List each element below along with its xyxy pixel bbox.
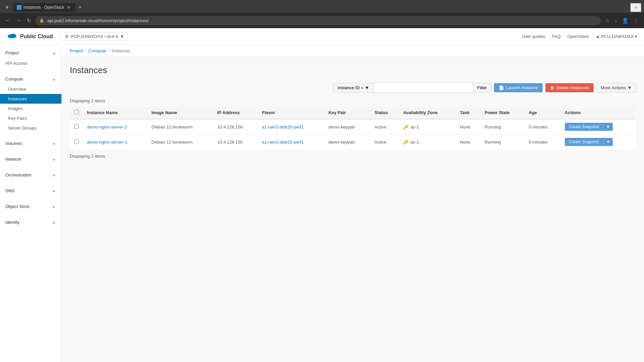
table-row: demo-nginx-server-2 Debian 12 bookworm 1… [70, 119, 636, 135]
instances-table: Instance Name Image Name IP Address Flav… [70, 106, 636, 150]
instance-name-link-0[interactable]: demo-nginx-server-2 [87, 124, 127, 130]
profile-button[interactable]: 👤 [621, 17, 630, 24]
breadcrumb-project[interactable]: Project [70, 48, 83, 53]
app-header-right: User guides FAQ OpenStack ▲ PCU-DAWXDAX … [522, 34, 637, 39]
table-head: Instance Name Image Name IP Address Flav… [70, 106, 636, 119]
tab-title: Instances - OpenStack [23, 5, 64, 10]
back-button[interactable]: ← [4, 17, 12, 24]
action-dropdown-button-0[interactable]: ▼ [603, 123, 613, 131]
key-icon-1: 🔑 [403, 140, 408, 145]
openstack-link[interactable]: OpenStack [567, 34, 589, 39]
menu-button[interactable]: ⋮ [632, 17, 640, 24]
sidebar-compute-header[interactable]: Compute ▲ [0, 74, 61, 84]
tab-close-button[interactable]: ✕ [66, 5, 71, 10]
row-checkbox-cell [70, 119, 83, 135]
row-image-name: Debian 12 bookworm [147, 135, 213, 150]
select-all-checkbox[interactable] [74, 110, 79, 114]
delete-icon: 🗑 [550, 85, 554, 90]
col-flavor: Flavor [258, 106, 325, 119]
action-dropdown-button-1[interactable]: ▼ [603, 138, 613, 146]
browser-toolbar-right: ☆ ↓ 👤 ⋮ [604, 17, 640, 24]
url-wrapper: 🔒 [35, 16, 601, 25]
project-selector[interactable]: ⚙ PCP-DAWXDAX • dc4-a ▼ [61, 32, 128, 41]
reload-button[interactable]: ↻ [26, 17, 33, 24]
sidebar-item-instances[interactable]: Instances [0, 94, 61, 104]
create-snapshot-button-1[interactable]: Create Snapshot [565, 138, 603, 146]
infomaniak-logo-icon [7, 33, 17, 41]
download-button[interactable]: ↓ [613, 17, 618, 24]
sidebar-compute-section: Compute ▲ Overview Instances Images Key … [0, 71, 61, 136]
delete-instances-button[interactable]: 🗑 Delete Instances [545, 83, 594, 92]
action-btn-group-1: Create Snapshot ▼ [565, 138, 632, 146]
bookmark-button[interactable]: ☆ [604, 17, 611, 24]
sidebar-volumes-header[interactable]: Volumes ► [0, 138, 61, 149]
col-actions: Actions [561, 106, 636, 119]
sidebar-object-store-chevron: ► [52, 205, 56, 209]
sidebar-compute-chevron: ▲ [52, 77, 56, 81]
user-menu[interactable]: ▲ PCU-DAWXDAX ▾ [596, 34, 637, 39]
table-row: demo-nginx-server-1 Debian 12 bookworm 1… [70, 135, 636, 150]
displaying-count-bottom: Displaying 2 items [70, 154, 636, 159]
svg-point-3 [8, 34, 16, 38]
sidebar-volumes-section: Volumes ► [0, 136, 61, 151]
col-task: Task [456, 106, 481, 119]
forward-button[interactable]: → [15, 17, 23, 24]
breadcrumb-sep-1: / [85, 48, 87, 53]
col-key-pair: Key Pair [325, 106, 370, 119]
row-checkbox-0[interactable] [74, 124, 79, 129]
instance-name-link-1[interactable]: demo-nginx-server-1 [87, 140, 127, 145]
sidebar-identity-label: Identity [5, 220, 19, 225]
create-snapshot-button-0[interactable]: Create Snapshot [565, 123, 603, 131]
row-image-name: Debian 12 bookworm [147, 119, 213, 135]
flavor-link-1[interactable]: a1-ram2-disk20-perf1 [262, 140, 304, 145]
sidebar-overview-label: Overview [8, 87, 26, 92]
sidebar-orchestration-header[interactable]: Orchestration ► [0, 170, 61, 180]
row-actions: Create Snapshot ▼ [561, 119, 636, 135]
flavor-link-0[interactable]: a1-ram2-disk20-perf1 [262, 124, 304, 130]
sidebar-network-section: Network ► [0, 151, 61, 167]
row-checkbox-1[interactable] [74, 139, 79, 144]
more-actions-button[interactable]: More Actions ▼ [596, 83, 636, 93]
sidebar-dns-label: DNS [5, 188, 14, 193]
sidebar-dns-section: DNS ► [0, 183, 61, 199]
row-key-pair: demo-keypair [325, 119, 370, 135]
filter-input[interactable] [374, 82, 473, 93]
sidebar-object-store-section: Object Store ► [0, 199, 61, 214]
browser-tab-active[interactable]: Instances - OpenStack ✕ [13, 3, 76, 12]
sidebar-item-overview[interactable]: Overview [0, 84, 61, 94]
faq-link[interactable]: FAQ [552, 34, 561, 39]
sidebar-item-images[interactable]: Images [0, 104, 61, 113]
row-status: Active [370, 135, 399, 150]
browser-tab-bar: ▼ Instances - OpenStack ✕ + ✕ [0, 0, 644, 13]
sidebar-project-header[interactable]: Project ▲ [0, 48, 61, 58]
sidebar-item-server-groups[interactable]: Server Groups [0, 123, 61, 133]
sidebar-api-access-label: API Access [5, 61, 28, 66]
filter-go-button[interactable]: Filter [473, 83, 491, 93]
sidebar-volumes-label: Volumes [5, 141, 22, 146]
sidebar-volumes-chevron: ► [52, 142, 56, 146]
user-guides-link[interactable]: User guides [522, 34, 545, 39]
launch-icon: 📄 [499, 85, 504, 90]
sidebar-item-key-pairs[interactable]: Key Pairs [0, 113, 61, 123]
row-age: 0 minutes [525, 135, 560, 150]
launch-instance-button[interactable]: 📄 Launch Instance [494, 83, 543, 92]
new-tab-button[interactable]: + [76, 3, 85, 12]
sidebar-object-store-header[interactable]: Object Store ► [0, 201, 61, 212]
sidebar-identity-header[interactable]: Identity ► [0, 217, 61, 227]
row-flavor: a1-ram2-disk20-perf1 [258, 119, 325, 135]
tab-favicon [17, 5, 21, 10]
more-actions-chevron: ▼ [627, 85, 632, 90]
col-checkbox [70, 106, 83, 119]
filter-type-button[interactable]: Instance ID = ▼ [333, 83, 374, 93]
url-bar[interactable] [35, 16, 601, 25]
tab-list-button[interactable]: ▼ [3, 3, 11, 11]
row-task: None [456, 119, 481, 135]
sidebar-dns-header[interactable]: DNS ► [0, 186, 61, 196]
sidebar-compute-label: Compute [5, 76, 23, 82]
breadcrumb-compute[interactable]: Compute [89, 48, 106, 53]
col-power-state: Power State [481, 106, 525, 119]
project-selector-chevron: ▼ [120, 34, 124, 39]
sidebar-item-api-access[interactable]: API Access [0, 58, 61, 68]
sidebar-network-header[interactable]: Network ► [0, 154, 61, 164]
window-close-button[interactable]: ✕ [630, 3, 641, 12]
